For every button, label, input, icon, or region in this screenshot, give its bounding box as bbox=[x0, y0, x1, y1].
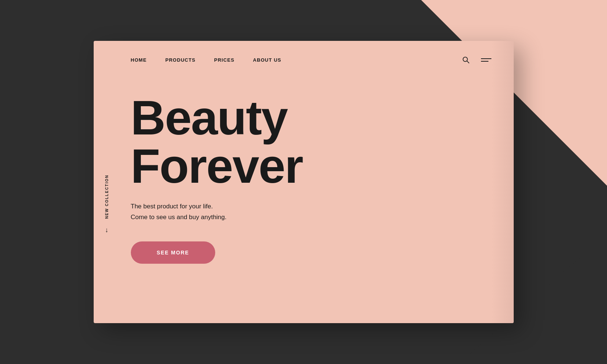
main-content: NEW COLLECTION ↓ Beauty Forever The best… bbox=[94, 71, 514, 264]
svg-point-0 bbox=[463, 57, 467, 62]
svg-line-1 bbox=[467, 61, 469, 63]
nav-products[interactable]: PRODUCTS bbox=[165, 57, 196, 63]
hero-subtitle: The best product for your life. Come to … bbox=[131, 201, 280, 223]
hamburger-line-2 bbox=[481, 61, 488, 62]
hero-title: Beauty Forever bbox=[131, 94, 514, 190]
nav-about-us[interactable]: ABOUT US bbox=[253, 57, 281, 63]
nav-links: HOME PRODUCTS PRICES ABOUT US bbox=[131, 57, 281, 63]
hamburger-line-1 bbox=[481, 58, 491, 59]
nav-icons bbox=[462, 56, 491, 64]
scroll-down-arrow: ↓ bbox=[105, 226, 109, 234]
nav-prices[interactable]: PRICES bbox=[214, 57, 235, 63]
new-collection-text: NEW COLLECTION bbox=[105, 175, 109, 219]
navbar: HOME PRODUCTS PRICES ABOUT US bbox=[94, 41, 514, 71]
main-card: HOME PRODUCTS PRICES ABOUT US NEW COLLEC… bbox=[94, 41, 514, 323]
menu-icon[interactable] bbox=[481, 58, 491, 62]
see-more-button[interactable]: SEE MORE bbox=[131, 241, 215, 264]
search-icon[interactable] bbox=[462, 56, 470, 64]
nav-home[interactable]: HOME bbox=[131, 57, 147, 63]
side-collection-label: NEW COLLECTION ↓ bbox=[105, 175, 109, 234]
